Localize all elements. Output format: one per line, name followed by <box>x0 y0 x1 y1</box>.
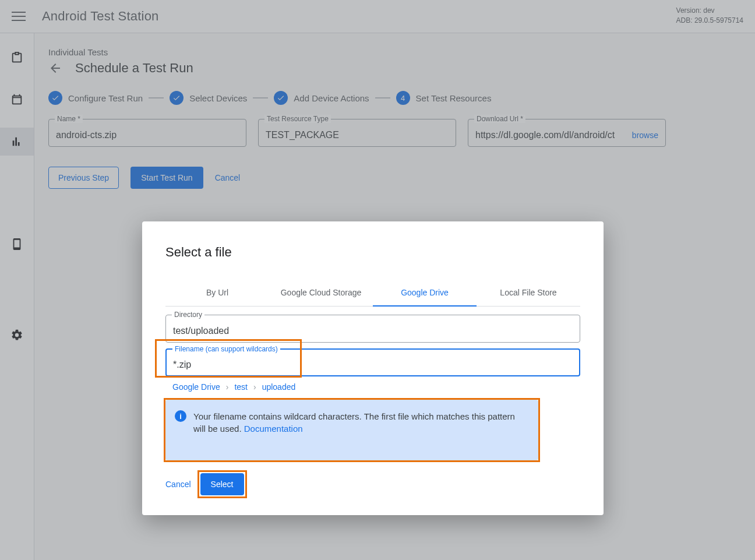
crumb-root[interactable]: Google Drive <box>172 382 220 392</box>
tab-gcs[interactable]: Google Cloud Storage <box>269 280 373 306</box>
tab-by-url[interactable]: By Url <box>165 280 269 306</box>
filename-input[interactable] <box>173 360 573 370</box>
info-banner: i Your filename contains wildcard charac… <box>165 400 538 460</box>
chevron-right-icon: › <box>253 382 256 392</box>
info-icon: i <box>175 410 186 422</box>
crumb-uploaded[interactable]: uploaded <box>262 382 296 392</box>
tab-google-drive[interactable]: Google Drive <box>373 280 477 307</box>
info-text: Your filename contains wildcard characte… <box>193 410 528 435</box>
modal-cancel-button[interactable]: Cancel <box>165 480 191 489</box>
directory-field[interactable]: Directory <box>165 315 580 343</box>
directory-breadcrumb: Google Drive › test › uploaded <box>165 382 580 392</box>
documentation-link[interactable]: Documentation <box>244 424 303 434</box>
tab-local-file-store[interactable]: Local File Store <box>477 280 580 306</box>
chevron-right-icon: › <box>226 382 229 392</box>
crumb-test[interactable]: test <box>234 382 248 392</box>
modal-title: Select a file <box>165 245 580 260</box>
filename-field[interactable]: Filename (can support wildcards) <box>165 348 580 376</box>
field-label: Filename (can support wildcards) <box>172 345 280 353</box>
directory-input[interactable] <box>173 326 573 336</box>
select-file-modal: Select a file By Url Google Cloud Storag… <box>142 221 604 515</box>
modal-tabs: By Url Google Cloud Storage Google Drive… <box>165 280 580 307</box>
field-label: Directory <box>172 311 204 319</box>
modal-select-button[interactable]: Select <box>200 473 244 495</box>
